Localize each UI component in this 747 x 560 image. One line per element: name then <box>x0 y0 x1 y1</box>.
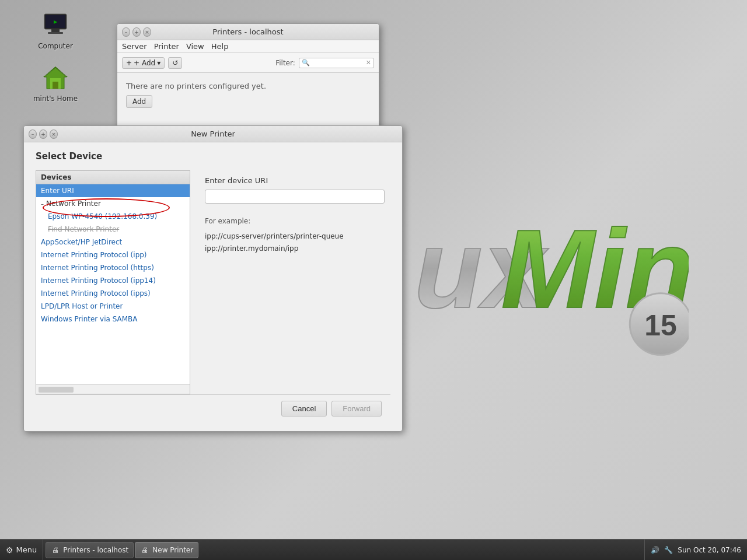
devices-panel: Devices Enter URI – Network Printer Epso… <box>36 170 190 394</box>
svg-text:15: 15 <box>644 309 677 342</box>
device-ipp14[interactable]: Internet Printing Protocol (ipp14) <box>36 274 190 287</box>
monitor-icon: ▶ <box>41 12 69 40</box>
printers-content: There are no printers configured yet. Ad… <box>117 73 379 117</box>
device-samba[interactable]: Windows Printer via SAMBA <box>36 313 190 326</box>
dialog-content: Select Device Devices Enter URI – Networ… <box>24 142 402 431</box>
printers-max-btn[interactable]: × <box>143 27 151 37</box>
device-network-printer-group: – Network Printer <box>36 197 190 210</box>
cancel-button[interactable]: Cancel <box>281 401 327 416</box>
printers-min-btn[interactable]: + <box>132 27 141 37</box>
example-text: For example: ipp://cups-server/printers/… <box>205 215 385 256</box>
printers-close-btn[interactable]: – <box>122 27 130 37</box>
taskbar-item-new-printer[interactable]: 🖨 New Printer <box>135 542 198 558</box>
filter-input-container: 🔍 ✕ <box>299 58 374 68</box>
uri-input[interactable] <box>205 190 385 204</box>
devices-scrollbar[interactable] <box>36 384 190 394</box>
taskbar-right: 🔊 🔧 Sun Oct 20, 07:46 <box>644 540 747 560</box>
menu-help[interactable]: Help <box>211 42 229 51</box>
dialog-title: New Printer <box>58 130 368 138</box>
mint-logo: ux Mint 15 <box>409 117 689 408</box>
add-dropdown-btn[interactable]: + + Add ▾ <box>122 57 165 69</box>
device-appsocket[interactable]: AppSocket/HP JetDirect <box>36 236 190 249</box>
refresh-icon: ↺ <box>172 59 178 67</box>
printers-title: Printers - localhost <box>151 27 345 36</box>
dialog-buttons: Cancel Forward <box>36 394 390 422</box>
taskbar-menu-label: Menu <box>16 545 37 554</box>
taskbar-menu-gear-icon: ⚙ <box>6 545 13 555</box>
device-enter-uri[interactable]: Enter URI <box>36 184 190 197</box>
dialog-body: Devices Enter URI – Network Printer Epso… <box>36 170 390 394</box>
device-https[interactable]: Internet Printing Protocol (https) <box>36 261 190 274</box>
dialog-close-btn[interactable]: – <box>29 130 37 139</box>
plus-icon: + <box>126 59 132 67</box>
desktop-icon-home[interactable]: mint's Home <box>32 64 79 103</box>
menu-printer[interactable]: Printer <box>154 42 179 51</box>
desktop-icon-computer[interactable]: ▶ Computer <box>32 12 79 50</box>
example-label: For example: <box>205 215 385 228</box>
menu-view[interactable]: View <box>186 42 204 51</box>
device-find-network[interactable]: Find Network Printer <box>36 223 190 236</box>
dropdown-arrow-icon: ▾ <box>157 59 160 67</box>
printers-add-button[interactable]: Add <box>126 95 152 108</box>
printers-toolbar: + + Add ▾ ↺ Filter: 🔍 ✕ <box>117 53 379 73</box>
taskbar-item-printers-label: Printers - localhost <box>63 546 128 554</box>
expand-icon: – <box>41 201 44 207</box>
taskbar-item-new-printer-label: New Printer <box>152 546 193 554</box>
taskbar-new-printer-icon: 🖨 <box>140 545 149 555</box>
taskbar: ⚙ Menu 🖨 Printers - localhost 🖨 New Prin… <box>0 539 747 560</box>
taskbar-items: 🖨 Printers - localhost 🖨 New Printer <box>43 542 644 558</box>
svg-rect-7 <box>53 82 58 89</box>
new-printer-dialog: – + × New Printer Select Device Devices … <box>23 125 403 432</box>
svg-rect-2 <box>51 29 60 32</box>
device-epson[interactable]: Epson WP-4540 (192.168.0.39) <box>36 210 190 223</box>
device-ipp[interactable]: Internet Printing Protocol (ipp) <box>36 249 190 261</box>
desktop-icon-home-label: mint's Home <box>33 94 78 103</box>
printers-menubar: Server Printer View Help <box>117 40 379 53</box>
printers-titlebar: – + × Printers - localhost <box>117 24 379 40</box>
example-uri-2: ipp://printer.mydomain/ipp <box>205 243 385 256</box>
volume-icon[interactable]: 🔊 <box>651 546 659 554</box>
desktop-icon-computer-label: Computer <box>38 42 73 50</box>
device-ipps[interactable]: Internet Printing Protocol (ipps) <box>36 287 190 300</box>
network-icon[interactable]: 🔧 <box>664 546 673 554</box>
desktop: ▶ Computer mint's Home ux Mint 15 <box>0 0 747 560</box>
devices-header: Devices <box>36 171 190 184</box>
taskbar-item-printers[interactable]: 🖨 Printers - localhost <box>46 542 134 558</box>
right-panel: Enter device URI For example: ipp://cups… <box>199 170 390 394</box>
taskbar-menu-btn[interactable]: ⚙ Menu <box>0 540 43 560</box>
select-device-title: Select Device <box>36 151 390 162</box>
devices-list[interactable]: Enter URI – Network Printer Epson WP-454… <box>36 184 190 384</box>
search-icon: 🔍 <box>302 59 310 66</box>
forward-button[interactable]: Forward <box>331 401 382 416</box>
new-printer-titlebar: – + × New Printer <box>24 126 402 142</box>
uri-label: Enter device URI <box>205 176 385 185</box>
printers-window: – + × Printers - localhost Server Printe… <box>117 23 379 128</box>
dialog-min-btn[interactable]: + <box>39 130 47 139</box>
filter-label: Filter: <box>275 59 295 67</box>
home-icon <box>41 64 69 92</box>
taskbar-printer-icon: 🖨 <box>51 545 60 555</box>
no-printers-text: There are no printers configured yet. <box>126 82 266 90</box>
device-lpd[interactable]: LPD/LPR Host or Printer <box>36 300 190 313</box>
svg-text:▶: ▶ <box>54 19 58 24</box>
clear-search-icon[interactable]: ✕ <box>366 59 371 66</box>
menu-server[interactable]: Server <box>122 42 147 51</box>
dialog-max-btn[interactable]: × <box>50 130 58 139</box>
svg-rect-3 <box>48 32 63 34</box>
refresh-btn[interactable]: ↺ <box>168 57 182 69</box>
datetime: Sun Oct 20, 07:46 <box>678 546 741 554</box>
example-uri-1: ipp://cups-server/printers/printer-queue <box>205 230 385 243</box>
filter-input[interactable] <box>312 59 364 67</box>
